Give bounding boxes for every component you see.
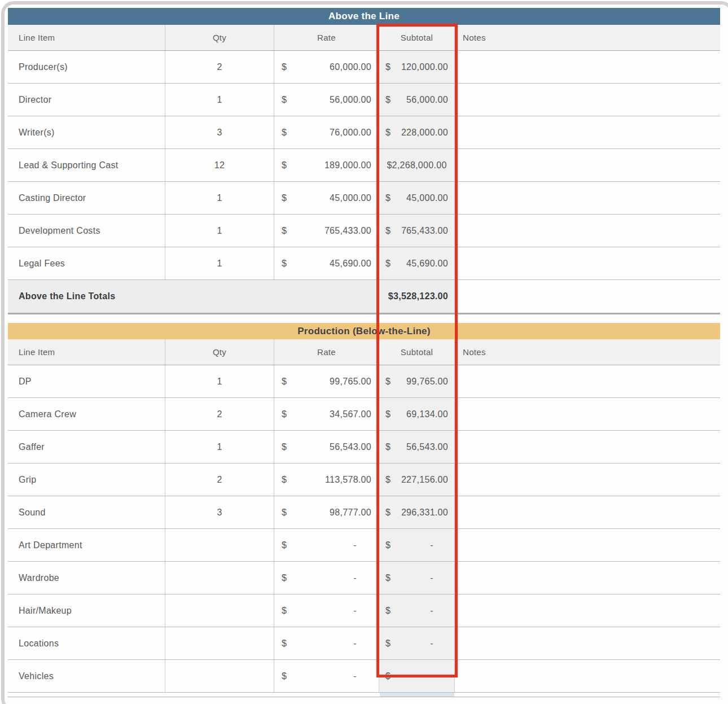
notes-cell (455, 431, 720, 463)
rate-cell: $189,000.00 (274, 149, 379, 181)
amount-text: - (353, 671, 371, 681)
above-the-line-rows: Producer(s)2$60,000.00$120,000.00Directo… (8, 51, 720, 280)
table-row: Director1$56,000.00$56,000.00 (8, 84, 720, 116)
rate-cell: $45,000.00 (274, 182, 379, 214)
rate-cell: $113,578.00 (274, 463, 379, 496)
notes-cell (455, 627, 720, 659)
col-header-line-item: Line Item (8, 25, 165, 50)
amount-text: 45,690.00 (406, 259, 448, 269)
notes-cell (455, 594, 720, 627)
rate-cell: $99,765.00 (274, 365, 379, 397)
amount-text: - (430, 671, 448, 681)
notes-cell (455, 247, 720, 279)
currency-symbol: $ (282, 475, 287, 485)
qty-cell: 1 (165, 215, 274, 247)
table-row: Locations$-$- (8, 627, 720, 660)
currency-symbol: $ (282, 62, 287, 72)
amount-text: 34,567.00 (330, 409, 371, 419)
currency-symbol: $ (385, 62, 391, 72)
amount-text: 120,000.00 (401, 62, 448, 72)
currency-symbol: $ (385, 475, 391, 485)
notes-cell (455, 463, 720, 496)
line-item-cell: Grip (8, 463, 165, 496)
totals-notes-cell (455, 280, 720, 313)
subtotal-cell: $45,690.00 (379, 247, 455, 279)
table-row: Hair/Makeup$-$- (8, 594, 720, 627)
cutoff-row (8, 693, 720, 697)
qty-cell: 2 (165, 398, 274, 430)
col-header-rate: Rate (274, 339, 379, 365)
line-item-cell: Producer(s) (8, 51, 165, 83)
notes-cell (455, 398, 720, 430)
amount-text: 45,000.00 (330, 193, 371, 203)
currency-symbol: $ (385, 508, 391, 518)
amount-text: 228,000.00 (401, 128, 448, 138)
currency-symbol: $ (282, 409, 287, 419)
line-item-cell: DP (8, 365, 165, 397)
qty-cell: 2 (165, 463, 274, 496)
amount-text: - (353, 639, 371, 649)
qty-cell: 1 (165, 84, 274, 116)
currency-symbol: $ (385, 128, 391, 138)
currency-symbol: $ (282, 442, 287, 452)
budget-sheet-card: Above the Line Line ItemQtyRateSubtotalN… (1, 1, 728, 704)
budget-sheet: Above the Line Line ItemQtyRateSubtotalN… (8, 8, 720, 697)
rate-cell: $56,543.00 (274, 431, 379, 463)
amount-text: 45,000.00 (406, 193, 448, 203)
table-row: DP1$99,765.00$99,765.00 (8, 365, 720, 398)
amount-text: 56,543.00 (330, 442, 371, 452)
line-item-cell: Director (8, 84, 165, 116)
currency-symbol: $ (282, 377, 287, 387)
line-item-cell: Camera Crew (8, 398, 165, 430)
currency-symbol: $ (282, 259, 287, 269)
qty-cell (165, 627, 274, 659)
amount-text: 765,433.00 (324, 226, 371, 236)
notes-cell (455, 215, 720, 247)
rate-cell: $76,000.00 (274, 116, 379, 148)
currency-symbol: $ (282, 226, 287, 236)
amount-text: $2,268,000.00 (385, 160, 448, 170)
rate-cell: $34,567.00 (274, 398, 379, 430)
amount-text: 56,543.00 (406, 442, 448, 452)
column-header-row-above: Line ItemQtyRateSubtotalNotes (8, 25, 720, 51)
amount-text: - (430, 606, 448, 616)
line-item-cell: Art Department (8, 529, 165, 561)
qty-cell: 3 (165, 116, 274, 148)
qty-cell (165, 594, 274, 627)
below-the-line-rows: DP1$99,765.00$99,765.00Camera Crew2$34,5… (8, 365, 720, 693)
totals-subtotal-cell: $3,528,123.00 (379, 280, 455, 313)
amount-text: - (430, 639, 448, 649)
amount-text: 56,000.00 (406, 95, 448, 105)
totals-label-cell: Above the Line Totals (8, 280, 379, 313)
amount-text: 99,765.00 (406, 377, 448, 387)
line-item-cell: Locations (8, 627, 165, 659)
currency-symbol: $ (282, 639, 287, 649)
table-row: Lead & Supporting Cast12$189,000.00$2,26… (8, 149, 720, 182)
table-row: Producer(s)2$60,000.00$120,000.00 (8, 51, 720, 84)
subtotal-cell: $- (379, 529, 455, 561)
section-header-above-the-line: Above the Line (8, 8, 720, 25)
currency-symbol: $ (385, 573, 391, 583)
amount-text: 60,000.00 (330, 62, 371, 72)
table-row: Camera Crew2$34,567.00$69,134.00 (8, 398, 720, 431)
notes-cell (455, 660, 720, 692)
line-item-cell: Lead & Supporting Cast (8, 149, 165, 181)
col-header-subtotal: Subtotal (379, 339, 455, 365)
line-item-cell: Development Costs (8, 215, 165, 247)
subtotal-cell: $296,331.00 (379, 496, 455, 528)
rate-cell: $- (274, 627, 379, 659)
currency-symbol: $ (385, 671, 391, 681)
amount-text: 56,000.00 (330, 95, 371, 105)
notes-cell (455, 182, 720, 214)
amount-text: 76,000.00 (330, 128, 371, 138)
line-item-cell: Sound (8, 496, 165, 528)
currency-symbol: $ (282, 193, 287, 203)
line-item-cell: Casting Director (8, 182, 165, 214)
amount-text: - (430, 540, 448, 550)
currency-symbol: $ (385, 540, 391, 550)
subtotal-cell: $228,000.00 (379, 116, 455, 148)
currency-symbol: $ (385, 409, 391, 419)
rate-cell: $- (274, 529, 379, 561)
line-item-cell: Vehicles (8, 660, 165, 692)
col-header-notes: Notes (455, 25, 720, 50)
